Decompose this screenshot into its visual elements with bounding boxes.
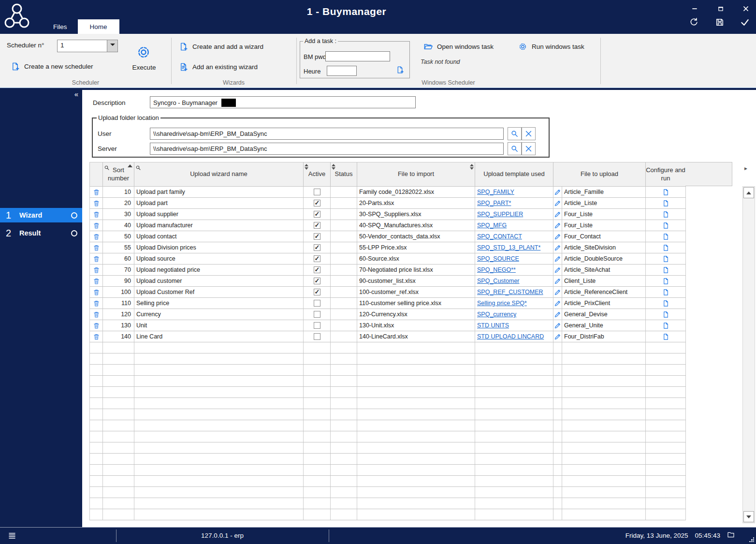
active-checkbox[interactable]: [314, 244, 320, 251]
resize-grip[interactable]: [749, 537, 754, 542]
active-checkbox[interactable]: [314, 222, 320, 229]
edit-template-button[interactable]: [553, 242, 562, 253]
active-checkbox[interactable]: [314, 200, 320, 206]
header-configure[interactable]: Configure and run: [646, 162, 686, 187]
sort-toggle-icon[interactable]: [470, 164, 474, 170]
delete-row-button[interactable]: [90, 198, 103, 209]
delete-row-button[interactable]: [90, 253, 103, 265]
configure-run-button[interactable]: [646, 187, 686, 198]
template-link[interactable]: SPQ_FAMILY: [477, 189, 514, 195]
template-link[interactable]: SPQ_PART*: [477, 200, 511, 206]
refresh-icon[interactable]: [687, 17, 700, 27]
edit-template-button[interactable]: [553, 276, 562, 287]
confirm-check-icon[interactable]: [739, 17, 751, 27]
delete-row-button[interactable]: [90, 231, 103, 242]
execute-button[interactable]: [136, 44, 151, 60]
template-link[interactable]: SPQ_SOURCE: [477, 255, 519, 262]
configure-run-button[interactable]: [646, 231, 686, 242]
active-checkbox[interactable]: [314, 278, 320, 284]
template-link[interactable]: SPQ_Customer: [477, 278, 520, 284]
configure-run-button[interactable]: [646, 198, 686, 209]
bm-pwd-input[interactable]: [325, 51, 390, 61]
template-link[interactable]: STD UNITS: [477, 322, 509, 329]
configure-run-button[interactable]: [646, 309, 686, 320]
edit-template-button[interactable]: [553, 309, 562, 320]
clear-server-button[interactable]: [522, 142, 536, 155]
tab-home[interactable]: Home: [78, 19, 119, 34]
configure-run-button[interactable]: [646, 287, 686, 298]
template-link[interactable]: SPQ_REF_CUSTOMER: [477, 289, 543, 295]
edit-template-button[interactable]: [553, 253, 562, 265]
search-icon[interactable]: [104, 163, 110, 171]
configure-run-button[interactable]: [646, 253, 686, 265]
edit-template-button[interactable]: [553, 320, 562, 331]
user-path-input[interactable]: \\sharedrive\sap-bm\ERP_BM_DataSync: [150, 128, 504, 140]
save-icon[interactable]: [713, 17, 726, 27]
delete-row-button[interactable]: [90, 320, 103, 331]
description-input[interactable]: Syncgro - Buymanager: [150, 96, 416, 108]
active-checkbox[interactable]: [314, 333, 320, 340]
delete-row-button[interactable]: [90, 209, 103, 220]
edit-template-button[interactable]: [553, 265, 562, 276]
template-link[interactable]: SPQ_NEGO**: [477, 266, 516, 273]
configure-run-button[interactable]: [646, 298, 686, 309]
collapse-sidebar-icon[interactable]: «: [74, 90, 78, 98]
header-file-import[interactable]: File to import: [357, 162, 475, 187]
delete-row-button[interactable]: [90, 276, 103, 287]
delete-row-button[interactable]: [90, 220, 103, 231]
execute-label[interactable]: Execute: [126, 64, 162, 71]
heure-input[interactable]: [327, 66, 357, 76]
template-link[interactable]: SPQ_currency: [477, 311, 516, 318]
active-checkbox[interactable]: [314, 189, 320, 195]
configure-run-button[interactable]: [646, 242, 686, 253]
scheduler-n-select[interactable]: 1: [57, 40, 118, 52]
maximize-button[interactable]: [714, 4, 727, 14]
configure-run-button[interactable]: [646, 209, 686, 220]
edit-template-button[interactable]: [553, 287, 562, 298]
scroll-up-button[interactable]: [743, 187, 754, 198]
sidebar-item-result[interactable]: 2 Result: [0, 226, 82, 240]
dropdown-arrow-icon[interactable]: [107, 40, 117, 52]
grid-options-icon[interactable]: ▸: [744, 165, 747, 172]
tab-files[interactable]: Files: [43, 19, 78, 34]
active-checkbox[interactable]: [314, 289, 320, 295]
edit-template-button[interactable]: [553, 231, 562, 242]
template-link[interactable]: SPQ_MFG: [477, 222, 507, 229]
menu-icon[interactable]: [8, 531, 16, 540]
active-checkbox[interactable]: [314, 300, 320, 307]
template-link[interactable]: SPQ_STD_13_PLANT*: [477, 244, 540, 251]
delete-row-button[interactable]: [90, 242, 103, 253]
scroll-down-button[interactable]: [743, 511, 754, 522]
create-new-scheduler-button[interactable]: Create a new scheduler: [11, 62, 93, 71]
configure-run-button[interactable]: [646, 265, 686, 276]
edit-template-button[interactable]: [553, 331, 562, 342]
template-link[interactable]: Selling price SPQ*: [477, 300, 527, 307]
create-add-wizard-button[interactable]: Create and add a wizard: [179, 42, 263, 51]
header-file-upload[interactable]: File to upload: [553, 162, 646, 187]
browse-user-button[interactable]: [508, 127, 522, 140]
folder-icon[interactable]: [727, 531, 735, 539]
configure-run-button[interactable]: [646, 220, 686, 231]
vertical-scrollbar[interactable]: [742, 186, 755, 523]
template-link[interactable]: SPQ_SUPPLIER: [477, 211, 523, 218]
delete-row-button[interactable]: [90, 298, 103, 309]
delete-row-button[interactable]: [90, 287, 103, 298]
run-windows-task-button[interactable]: Run windows task: [518, 42, 584, 51]
header-wizard-name[interactable]: Upload wizard name: [134, 162, 304, 187]
active-checkbox[interactable]: [314, 255, 320, 262]
minimize-button[interactable]: [688, 4, 701, 14]
configure-run-button[interactable]: [646, 331, 686, 342]
add-task-button[interactable]: [396, 66, 404, 74]
delete-row-button[interactable]: [90, 265, 103, 276]
active-checkbox[interactable]: [314, 211, 320, 218]
browse-server-button[interactable]: [508, 142, 522, 155]
delete-row-button[interactable]: [90, 331, 103, 342]
active-checkbox[interactable]: [314, 233, 320, 240]
configure-run-button[interactable]: [646, 276, 686, 287]
edit-template-button[interactable]: [553, 220, 562, 231]
edit-template-button[interactable]: [553, 298, 562, 309]
server-path-input[interactable]: \\sharedrive\sap-bm\ERP_BM_DataSync: [150, 143, 504, 155]
sort-toggle-icon[interactable]: [305, 164, 308, 170]
configure-run-button[interactable]: [646, 320, 686, 331]
active-checkbox[interactable]: [314, 322, 320, 329]
